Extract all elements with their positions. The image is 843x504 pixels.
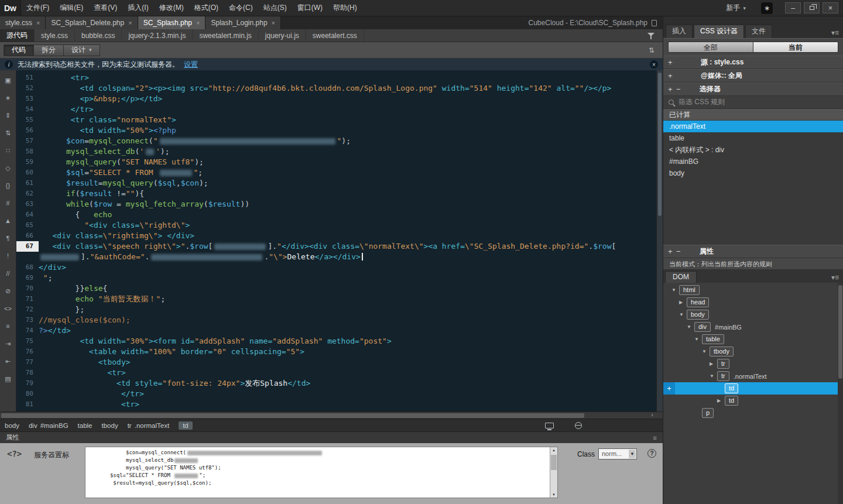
add-property-icon[interactable]: +	[668, 247, 676, 256]
scrollbar-thumb[interactable]	[1, 413, 584, 418]
word-wrap-icon[interactable]: ¶	[6, 234, 10, 242]
sources-section-header[interactable]: + 源 : style.css	[663, 56, 843, 69]
tag-selector-item[interactable]: div#mainBG	[29, 422, 68, 429]
app-logo[interactable]: Dw	[0, 0, 21, 16]
menu-item-4[interactable]: 修改(M)	[154, 0, 189, 16]
panel-tab-CSS 设计器[interactable]: CSS 设计器	[694, 25, 744, 38]
expand-all-icon[interactable]: ∷	[6, 146, 10, 155]
help-icon[interactable]: ?	[647, 449, 656, 458]
design-view-button[interactable]: 设计 ▾	[64, 44, 100, 56]
server-code-preview[interactable]: $con=mysql_connect( mysql_select_db mysq…	[85, 447, 558, 498]
properties-section-header[interactable]: + − 属性	[663, 245, 843, 258]
related-file[interactable]: sweetalert.min.js	[193, 29, 258, 42]
add-media-icon[interactable]: +	[668, 71, 676, 80]
computed-row[interactable]: 已计算	[663, 109, 843, 121]
dom-node[interactable]: ▼div#mainBG	[663, 321, 843, 333]
panel-menu-icon[interactable]: ≡	[653, 434, 657, 441]
menu-item-8[interactable]: 窗口(W)	[292, 0, 328, 16]
css-selector-item[interactable]: table	[663, 132, 843, 144]
css-selector-item[interactable]: .normalText	[663, 121, 843, 132]
dom-tab[interactable]: DOM	[665, 271, 697, 283]
tab-close-icon[interactable]: ×	[128, 19, 132, 26]
select-parent-tag-icon[interactable]: ◇	[5, 164, 10, 172]
vertical-scrollbar[interactable]	[656, 70, 663, 412]
add-selector-icon[interactable]: +	[668, 85, 676, 94]
dom-scrollbar[interactable]	[838, 283, 843, 504]
preview-scrollbar[interactable]: ▲ ▼	[550, 447, 557, 498]
dom-node[interactable]: p	[663, 407, 843, 419]
collapse-icon[interactable]: ▼	[710, 373, 717, 379]
scroll-down-icon[interactable]: ▼	[550, 493, 557, 496]
recent-snippets-icon[interactable]: ≡	[6, 322, 9, 330]
dom-node[interactable]: ▶head	[663, 296, 843, 308]
scrollbar-thumb[interactable]	[551, 455, 557, 470]
menu-item-2[interactable]: 查看(V)	[88, 0, 122, 16]
tag-selector-item[interactable]: tr.normalText	[128, 422, 169, 429]
expand-icon[interactable]: ▶	[679, 300, 687, 305]
properties-panel-header[interactable]: 属性 ≡	[0, 431, 663, 443]
dom-node[interactable]: ▼tbody	[663, 345, 843, 358]
document-tab[interactable]: SC_Splash_Delete.php×	[46, 16, 138, 29]
related-file[interactable]: sweetalert.css	[306, 29, 364, 42]
css-selector-item[interactable]: #mainBG	[663, 156, 843, 167]
collapse-icon[interactable]: ▼	[679, 312, 687, 317]
collapse-icon[interactable]: ▼	[687, 324, 694, 330]
indent-code-icon[interactable]: ⇥	[5, 340, 11, 348]
tab-close-icon[interactable]: ×	[36, 19, 40, 26]
menu-item-7[interactable]: 站点(S)	[258, 0, 292, 16]
horizontal-scrollbar[interactable]: ›	[0, 412, 663, 419]
selector-search[interactable]: 筛选 CSS 规则	[663, 96, 843, 109]
document-tab[interactable]: Splash_Login.php×	[205, 16, 281, 29]
css-selector-item[interactable]: body	[663, 167, 843, 179]
open-documents-icon[interactable]: ▣	[5, 76, 11, 84]
tag-selector-item[interactable]: table	[78, 422, 92, 429]
dom-node[interactable]: ▶td	[663, 395, 843, 407]
outdent-code-icon[interactable]: ⇤	[5, 357, 11, 365]
dom-panel-menu-icon[interactable]: ▾≡	[831, 273, 843, 283]
document-tab[interactable]: style.css×	[0, 16, 46, 29]
menu-item-6[interactable]: 命令(C)	[224, 0, 258, 16]
dom-node[interactable]: ▼html	[663, 284, 843, 296]
add-source-icon[interactable]: +	[668, 58, 676, 67]
close-button[interactable]: ×	[823, 2, 838, 13]
dom-node[interactable]: +td	[663, 382, 843, 395]
dom-node[interactable]: ▶tr	[663, 358, 843, 370]
dom-node[interactable]: ▼table	[663, 333, 843, 345]
window-size-icon[interactable]	[545, 423, 554, 428]
scope-button[interactable]: 全部	[668, 42, 753, 53]
panel-menu-icon[interactable]: ▾≡	[831, 29, 843, 38]
menu-item-0[interactable]: 文件(F)	[21, 0, 54, 16]
menu-item-5[interactable]: 格式(O)	[189, 0, 224, 16]
remove-comment-icon[interactable]: ⊘	[5, 287, 11, 295]
format-source-code-icon[interactable]: ▤	[5, 375, 11, 383]
file-sync-icon[interactable]: ⇅	[649, 46, 663, 54]
remove-property-icon[interactable]: −	[676, 247, 684, 256]
workspace-switcher[interactable]: 新手 ▾	[720, 3, 752, 13]
highlight-invalid-code-icon[interactable]: ▲	[5, 217, 11, 225]
tab-close-icon[interactable]: ×	[272, 19, 275, 26]
collapse-icon[interactable]: ▼	[702, 349, 710, 354]
remove-selector-icon[interactable]: −	[676, 85, 684, 94]
show-set-icon[interactable]: ∗	[5, 94, 11, 102]
selectors-section-header[interactable]: + − 选择器	[663, 83, 843, 96]
collapse-icon[interactable]: ▼	[694, 337, 702, 342]
menu-item-9[interactable]: 帮助(H)	[328, 0, 362, 16]
scroll-up-icon[interactable]: ▲	[550, 448, 557, 452]
media-section-header[interactable]: + @媒体:: 全局	[663, 69, 843, 83]
wrap-tag-icon[interactable]: <>	[4, 304, 12, 313]
scope-button[interactable]: 当前	[753, 42, 838, 53]
tag-selector-item[interactable]: td	[179, 421, 193, 430]
collapse-selection-icon[interactable]: ⇅	[5, 129, 11, 137]
syntax-error-alerts-icon[interactable]: !	[7, 252, 9, 260]
code-view-button[interactable]: 代码	[4, 44, 34, 56]
class-dropdown[interactable]: norm... ▼	[598, 448, 637, 460]
related-file[interactable]: 源代码	[0, 29, 35, 42]
tag-selector-item[interactable]: tbody	[102, 422, 118, 429]
info-close-icon[interactable]: ×	[650, 60, 658, 68]
related-file[interactable]: jquery-2.1.3.min.js	[122, 29, 193, 42]
expand-icon[interactable]: ▶	[717, 398, 725, 403]
restore-button[interactable]	[804, 2, 820, 13]
panel-tab-文件[interactable]: 文件	[745, 25, 772, 38]
collapse-full-tag-icon[interactable]: ⇕	[5, 111, 11, 119]
related-file[interactable]: bubble.css	[75, 29, 122, 42]
